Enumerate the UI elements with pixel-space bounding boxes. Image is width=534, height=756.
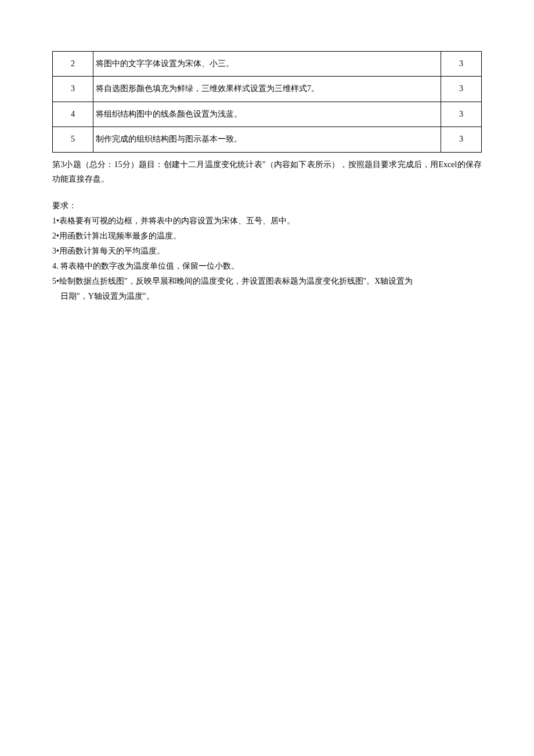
page-content: 2 将图中的文字字体设置为宋体、小三。 3 3 将自选图形颜色填充为鲜绿，三维效… [0,51,534,327]
row-score: 3 [441,102,482,126]
row-number: 4 [53,102,93,126]
row-description: 制作完成的组织结构图与图示基本一致。 [93,127,441,152]
requirement-item: 5•绘制数据点折线图"，反映早晨和晚间的温度变化，并设置图表标题为温度变化折线图… [52,274,482,289]
requirement-item: 2•用函数计算出现频率最多的温度。 [52,229,482,244]
row-description: 将自选图形颜色填充为鲜绿，三维效果样式设置为三维样式7。 [93,77,441,102]
table-row: 2 将图中的文字字体设置为宋体、小三。 3 [53,52,482,77]
requirements-heading: 要求： [52,198,482,214]
score-table: 2 将图中的文字字体设置为宋体、小三。 3 3 将自选图形颜色填充为鲜绿，三维效… [52,51,482,153]
requirement-item: 1•表格要有可视的边框，并将表中的内容设置为宋体、五号、居中。 [52,214,482,229]
row-description: 将组织结构图中的线条颜色设置为浅蓝。 [93,102,441,126]
requirement-item-continuation: 日期"，Y轴设置为温度"。 [52,289,482,304]
question-intro: 第3小题（总分：15分）题目：创建十二月温度变化统计表"（内容如下表所示），按照… [52,157,482,187]
table-row: 3 将自选图形颜色填充为鲜绿，三维效果样式设置为三维样式7。 3 [53,77,482,102]
row-number: 5 [53,127,93,152]
row-description: 将图中的文字字体设置为宋体、小三。 [93,52,441,77]
row-number: 2 [53,52,93,77]
table-row: 5 制作完成的组织结构图与图示基本一致。 3 [53,127,482,152]
row-score: 3 [441,52,482,77]
requirement-item: 3•用函数计算每天的平均温度。 [52,244,482,259]
row-number: 3 [53,77,93,102]
row-score: 3 [441,77,482,102]
requirement-item: 4. 将表格中的数字改为温度单位值，保留一位小数。 [52,259,482,274]
row-score: 3 [441,127,482,152]
requirements-block: 要求： 1•表格要有可视的边框，并将表中的内容设置为宋体、五号、居中。 2•用函… [52,198,482,303]
table-row: 4 将组织结构图中的线条颜色设置为浅蓝。 3 [53,102,482,126]
